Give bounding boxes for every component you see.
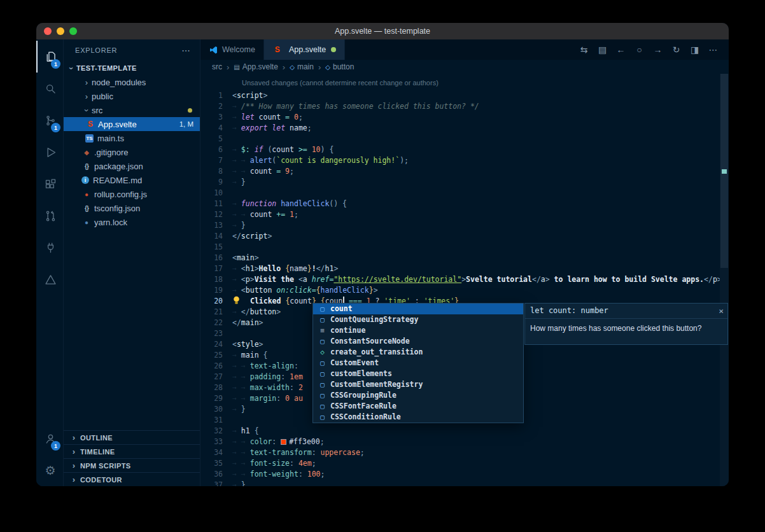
code-line-35[interactable]: 35→ → font-size: 4em;: [200, 458, 729, 469]
search-icon[interactable]: [36, 73, 63, 104]
tree-item-.gitignore[interactable]: ◆.gitignore: [64, 145, 200, 159]
tour-record-icon[interactable]: ○: [630, 39, 649, 60]
line-number[interactable]: 14: [200, 231, 232, 242]
line-number[interactable]: 26: [200, 361, 232, 372]
section-timeline[interactable]: ›TIMELINE: [64, 444, 200, 458]
triangle-extension-icon[interactable]: [36, 263, 63, 295]
tab-welcome[interactable]: Welcome: [200, 39, 264, 60]
line-number[interactable]: 10: [200, 188, 232, 199]
code-line-19[interactable]: 19→ <button on:click={handleClick}>: [200, 285, 729, 296]
line-number[interactable]: 17: [200, 263, 232, 274]
line-number[interactable]: 30: [200, 404, 232, 415]
book-icon[interactable]: ▤: [593, 39, 612, 60]
suggestion-customElements[interactable]: ▢customElements: [313, 368, 523, 379]
tree-item-main.ts[interactable]: TSmain.ts: [64, 131, 200, 145]
line-number[interactable]: 25: [200, 350, 232, 361]
code-line-2[interactable]: 2→ /** How many times has someone clicke…: [200, 101, 729, 112]
close-button[interactable]: [44, 27, 52, 35]
line-number[interactable]: 2: [200, 101, 232, 112]
git-compare-icon[interactable]: ⇆: [575, 39, 593, 60]
code-line-32[interactable]: 32→ h1 {: [200, 426, 729, 437]
code-line-9[interactable]: 9→ }: [200, 177, 729, 188]
code-line-7[interactable]: 7→ → alert(`count is dangerously high!`)…: [200, 155, 729, 166]
line-number[interactable]: 3: [200, 112, 232, 123]
suggestion-CSSGroupingRule[interactable]: ▢CSSGroupingRule: [313, 390, 523, 401]
suggestion-ConstantSourceNode[interactable]: ▢ConstantSourceNode: [313, 336, 523, 347]
line-number[interactable]: 11: [200, 199, 232, 209]
scrollbar[interactable]: [720, 74, 729, 486]
line-number[interactable]: 9: [200, 177, 232, 188]
breadcrumb-src[interactable]: src: [212, 62, 222, 71]
section-outline[interactable]: ›OUTLINE: [64, 430, 200, 444]
suggestion-CSSFontFaceRule[interactable]: ▢CSSFontFaceRule: [313, 401, 523, 412]
settings-gear-icon[interactable]: ⚙: [36, 454, 63, 486]
tree-item-tsconfig.json[interactable]: {}tsconfig.json: [64, 201, 200, 215]
suggestion-continue[interactable]: ≡continue: [313, 325, 523, 336]
code-line-36[interactable]: 36→ → font-weight: 100;: [200, 469, 729, 480]
tab-app-svelte[interactable]: SApp.svelte: [264, 39, 345, 60]
suggestion-CustomEvent[interactable]: ▢CustomEvent: [313, 358, 523, 368]
code-line-33[interactable]: 33→ → color: #ff3e00;: [200, 437, 729, 447]
suggestion-CustomElementRegistry[interactable]: ▢CustomElementRegistry: [313, 379, 523, 390]
code-line-11[interactable]: 11→ function handleClick() {: [200, 199, 729, 209]
run-debug-icon[interactable]: [36, 136, 63, 168]
line-number[interactable]: 20: [200, 296, 232, 307]
breadcrumb-button[interactable]: ◇button: [325, 62, 354, 71]
line-number[interactable]: 21: [200, 307, 232, 318]
accounts-icon[interactable]: 1: [36, 423, 63, 454]
line-number[interactable]: 7: [200, 155, 232, 166]
code-editor[interactable]: Unsaved changes (cannot determine recent…: [200, 74, 729, 486]
code-line-37[interactable]: 37→ }: [200, 480, 729, 486]
split-editor-icon[interactable]: ◨: [685, 39, 704, 60]
tree-item-package.json[interactable]: {}package.json: [64, 159, 200, 173]
tree-item-README.md[interactable]: iREADME.md: [64, 173, 200, 187]
line-number[interactable]: 12: [200, 209, 232, 220]
line-number[interactable]: 13: [200, 220, 232, 231]
tour-prev-icon[interactable]: ←: [612, 39, 630, 60]
line-number[interactable]: 24: [200, 339, 232, 350]
line-number[interactable]: 6: [200, 144, 232, 155]
line-number[interactable]: 28: [200, 382, 232, 393]
section-codetour[interactable]: ›CODETOUR: [64, 472, 200, 486]
line-number[interactable]: 5: [200, 134, 232, 144]
line-number[interactable]: 32: [200, 426, 232, 437]
code-line-6[interactable]: 6→ $: if (count >= 10) {: [200, 144, 729, 155]
line-number[interactable]: 1: [200, 90, 232, 101]
line-number[interactable]: 15: [200, 242, 232, 253]
code-line-10[interactable]: 10: [200, 188, 729, 199]
suggestion-CSSConditionRule[interactable]: ▢CSSConditionRule: [313, 412, 523, 423]
close-icon[interactable]: ×: [719, 305, 724, 316]
remote-plug-icon[interactable]: [36, 232, 63, 263]
tree-item-App.svelte[interactable]: SApp.svelte1, M: [64, 117, 200, 131]
code-line-14[interactable]: 14</script>: [200, 231, 729, 242]
line-number[interactable]: 37: [200, 480, 232, 486]
suggestion-count[interactable]: ▢count: [313, 304, 523, 314]
line-number[interactable]: 22: [200, 318, 232, 328]
section-npm-scripts[interactable]: ›NPM SCRIPTS: [64, 458, 200, 472]
source-control-icon[interactable]: 1: [36, 104, 63, 136]
code-line-1[interactable]: 1<script>: [200, 90, 729, 101]
tour-next-icon[interactable]: →: [649, 39, 667, 60]
line-number[interactable]: 36: [200, 469, 232, 480]
line-number[interactable]: 34: [200, 447, 232, 458]
code-line-4[interactable]: 4→ export let name;: [200, 123, 729, 134]
code-line-16[interactable]: 16<main>: [200, 253, 729, 263]
suggestion-CountQueuingStrategy[interactable]: ▢CountQueuingStrategy: [313, 314, 523, 325]
code-line-8[interactable]: 8→ → count = 9;: [200, 166, 729, 177]
zoom-button[interactable]: [69, 27, 77, 35]
line-number[interactable]: 27: [200, 372, 232, 382]
more-actions-icon[interactable]: ⋯: [704, 39, 722, 60]
tree-item-public[interactable]: ›public: [64, 89, 200, 103]
code-line-13[interactable]: 13→ }: [200, 220, 729, 231]
line-number[interactable]: 35: [200, 458, 232, 469]
code-line-15[interactable]: 15: [200, 242, 729, 253]
breadcrumb-app-svelte[interactable]: ▤App.svelte: [234, 62, 278, 71]
code-line-34[interactable]: 34→ → text-transform: uppercase;: [200, 447, 729, 458]
suggestion-create_out_transition[interactable]: ◇create_out_transition: [313, 347, 523, 358]
code-line-18[interactable]: 18→ <p>Visit the <a href="https://svelte…: [200, 274, 729, 285]
line-number[interactable]: 16: [200, 253, 232, 263]
line-number[interactable]: 23: [200, 328, 232, 339]
line-number[interactable]: 19: [200, 285, 232, 296]
code-line-17[interactable]: 17→ <h1>Hello {name}!</h1>: [200, 263, 729, 274]
code-line-12[interactable]: 12→ → count += 1;: [200, 209, 729, 220]
